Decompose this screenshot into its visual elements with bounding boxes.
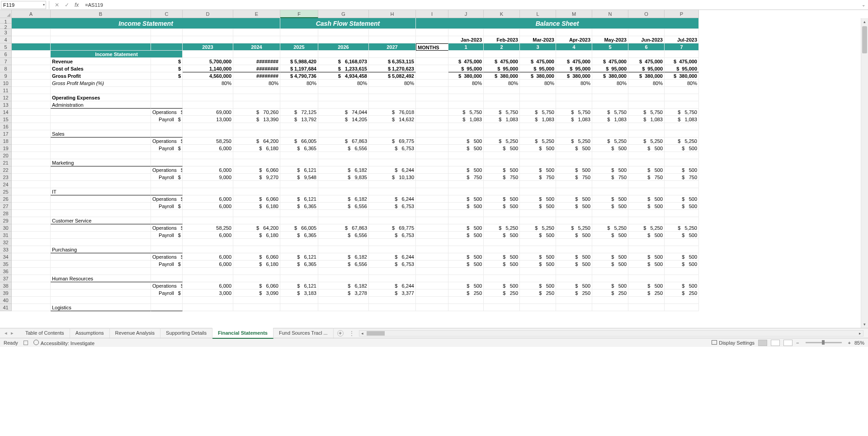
cell[interactable]: $ 1,197,684	[280, 65, 318, 72]
cell[interactable]	[416, 58, 448, 65]
cell[interactable]	[416, 297, 448, 304]
cell[interactable]	[318, 210, 369, 217]
cell[interactable]	[416, 130, 448, 137]
cell[interactable]	[448, 101, 484, 109]
cell[interactable]: $ 5,082,492	[369, 72, 416, 80]
cell[interactable]	[233, 123, 280, 130]
cell[interactable]	[556, 29, 592, 36]
col-header-H[interactable]: H	[369, 10, 416, 18]
cell[interactable]: $ 500	[592, 195, 628, 203]
cell[interactable]	[51, 289, 151, 297]
row-header-38[interactable]: 38	[0, 282, 12, 289]
cell[interactable]	[628, 181, 665, 188]
cell[interactable]: 6,000	[183, 282, 233, 289]
cell[interactable]: $ 95,000	[592, 65, 628, 72]
cell[interactable]: $ 6,244	[369, 253, 416, 261]
cell[interactable]: $ 3,377	[369, 289, 416, 297]
cell[interactable]	[520, 101, 556, 109]
cell[interactable]: $ 750	[628, 174, 665, 181]
cell[interactable]	[12, 174, 51, 181]
cell[interactable]: $ 500	[628, 145, 665, 152]
cell[interactable]: $ 14,632	[369, 116, 416, 123]
cell[interactable]	[448, 130, 484, 137]
cell[interactable]	[51, 145, 151, 152]
cell[interactable]	[416, 137, 448, 145]
cell[interactable]	[520, 87, 556, 94]
cell[interactable]	[592, 268, 628, 275]
banner-income[interactable]: Income Statement	[12, 18, 280, 29]
cell[interactable]	[233, 152, 280, 159]
cell[interactable]	[448, 181, 484, 188]
cell[interactable]	[369, 297, 416, 304]
cell[interactable]: $ 380,000	[484, 72, 520, 80]
cell[interactable]: $ 95,000	[520, 65, 556, 72]
cell[interactable]	[318, 130, 369, 137]
cell[interactable]	[556, 275, 592, 282]
cell[interactable]	[628, 275, 665, 282]
cell[interactable]	[369, 217, 416, 224]
cell[interactable]	[51, 253, 151, 261]
cell[interactable]: 80%	[484, 80, 520, 87]
cell[interactable]: Jan-2023	[448, 36, 484, 43]
accept-formula-icon[interactable]: ✓	[65, 2, 69, 8]
banner-cashflow[interactable]: Cash Flow Statement	[280, 18, 416, 29]
cell[interactable]	[416, 94, 448, 101]
cell[interactable]: $ 500	[520, 232, 556, 239]
cell[interactable]: $ 6,121	[280, 195, 318, 203]
cell[interactable]: ########	[233, 58, 280, 65]
cell[interactable]: $ 500	[520, 145, 556, 152]
row-header-21[interactable]: 21	[0, 159, 12, 166]
name-box[interactable]: F119 ▾	[1, 1, 46, 9]
cell[interactable]	[12, 123, 51, 130]
cell[interactable]	[665, 210, 699, 217]
cell[interactable]	[416, 72, 448, 80]
tab-next-icon[interactable]: ▸	[11, 330, 14, 336]
cell[interactable]: Operations $	[151, 109, 183, 116]
cell[interactable]	[484, 87, 520, 94]
cell[interactable]: $ 500	[520, 253, 556, 261]
cell[interactable]: $ 5,750	[520, 109, 556, 116]
cell[interactable]: $ 1,083	[592, 116, 628, 123]
cell[interactable]	[520, 275, 556, 282]
row-header-26[interactable]: 26	[0, 195, 12, 203]
cell[interactable]: $ 5,750	[592, 109, 628, 116]
zoom-out-button[interactable]: −	[796, 340, 799, 346]
cell[interactable]	[12, 289, 51, 297]
cell[interactable]: $ 380,000	[665, 72, 699, 80]
cell[interactable]	[12, 29, 51, 36]
row-header-28[interactable]: 28	[0, 210, 12, 217]
cell[interactable]	[592, 87, 628, 94]
cell[interactable]	[12, 282, 51, 289]
cell[interactable]: 1	[448, 43, 484, 51]
cell[interactable]: ########	[233, 72, 280, 80]
cell[interactable]: $ 380,000	[448, 72, 484, 80]
cell[interactable]	[592, 101, 628, 109]
cell[interactable]	[484, 268, 520, 275]
cell[interactable]	[628, 51, 665, 58]
col-header-D[interactable]: D	[183, 10, 233, 18]
cell[interactable]: $ 1,083	[628, 116, 665, 123]
cell[interactable]	[369, 181, 416, 188]
cell[interactable]	[592, 181, 628, 188]
cell[interactable]	[318, 217, 369, 224]
fx-icon[interactable]: fx	[75, 2, 79, 8]
cell[interactable]	[12, 261, 51, 268]
cell[interactable]: Operating Expenses	[51, 94, 151, 101]
cell[interactable]: Payroll $	[151, 203, 183, 210]
cell[interactable]: $ 4,790,736	[280, 72, 318, 80]
cell[interactable]: Mar-2023	[520, 36, 556, 43]
cell[interactable]: $ 500	[665, 232, 699, 239]
row-header-5[interactable]: 5	[0, 43, 12, 51]
cell[interactable]	[12, 36, 51, 43]
cell[interactable]	[665, 87, 699, 94]
cell[interactable]: $ 95,000	[484, 65, 520, 72]
cell[interactable]	[12, 43, 51, 51]
vscroll-thumb[interactable]	[862, 26, 867, 53]
cell[interactable]: 2026	[318, 43, 369, 51]
cell[interactable]	[448, 297, 484, 304]
cell[interactable]	[369, 188, 416, 195]
cell[interactable]: $ 6,182	[318, 166, 369, 174]
cell[interactable]	[233, 36, 280, 43]
cell[interactable]	[484, 304, 520, 311]
cell[interactable]: $ 3,183	[280, 289, 318, 297]
